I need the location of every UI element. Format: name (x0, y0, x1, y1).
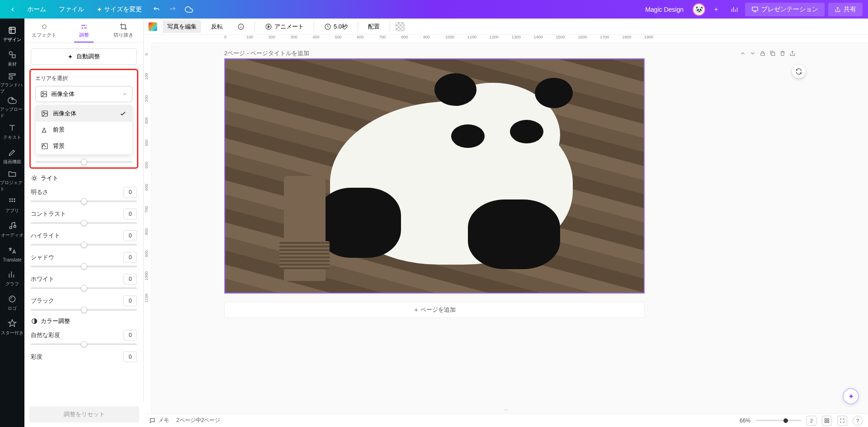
duplicate-icon[interactable] (769, 50, 776, 57)
sidebar-item-projects[interactable]: プロジェクト (0, 169, 24, 192)
animate-button[interactable]: アニメート (260, 20, 308, 33)
cloud-sync-icon[interactable] (182, 2, 196, 17)
page-count-button[interactable]: 2 (807, 416, 816, 426)
info-icon[interactable] (233, 21, 249, 33)
shadow-slider[interactable]: シャドウ0 (31, 252, 137, 267)
sidebar-item-audio[interactable]: オーディオ (0, 218, 24, 241)
saturation-slider[interactable]: 彩度0 (31, 351, 137, 362)
add-member-icon[interactable]: ＋ (709, 2, 723, 17)
help-icon[interactable]: ? (853, 416, 863, 426)
svg-point-4 (9, 198, 10, 199)
reset-button[interactable]: 調整をリセット (29, 406, 139, 422)
notes-button[interactable]: メモ (149, 417, 169, 424)
flip-button[interactable]: 反転 (207, 20, 227, 33)
canvas-page[interactable] (224, 58, 645, 294)
zoom-slider[interactable] (756, 420, 801, 421)
area-option-all[interactable]: 画像全体 (36, 105, 132, 122)
present-button[interactable]: プレゼンテーション (745, 3, 825, 16)
zoom-value[interactable]: 66% (740, 418, 750, 424)
magic-fab-button[interactable]: ✦ (843, 388, 859, 404)
svg-point-5 (11, 198, 13, 199)
page-title[interactable]: 2ページ - ページタイトルを追加 (224, 49, 309, 57)
file-button[interactable]: ファイル (53, 3, 90, 16)
undo-icon[interactable] (149, 2, 164, 17)
avatar[interactable]: 🐼 (693, 3, 705, 16)
duration-button[interactable]: 5.0秒 (320, 20, 352, 33)
page-indicator[interactable]: 2ページ中2ページ (176, 417, 220, 424)
area-select-label: エリアを選択 (35, 75, 132, 82)
area-option-foreground[interactable]: 前景 (36, 122, 132, 138)
brand-icon (7, 71, 18, 81)
reset-area: 調整をリセット (24, 402, 144, 427)
panda-image[interactable] (225, 59, 644, 293)
tab-effects[interactable]: エフェクト (24, 19, 64, 43)
position-button[interactable]: 配置 (363, 20, 384, 33)
area-dropdown-menu: 画像全体 前景 背景 (35, 105, 132, 155)
home-button[interactable]: ホーム (22, 3, 52, 16)
color-picker[interactable] (148, 22, 157, 31)
share-button[interactable]: 共有 (828, 3, 863, 16)
contrast-slider[interactable]: コントラスト0 (31, 209, 137, 224)
magic-design-button[interactable]: Magic Design (640, 3, 689, 16)
analytics-icon[interactable] (727, 2, 741, 17)
page-down-icon[interactable] (750, 50, 756, 57)
design-icon (7, 25, 18, 36)
delete-icon[interactable] (779, 50, 786, 57)
tab-crop[interactable]: 切り抜き (104, 19, 143, 43)
sidebar-item-charts[interactable]: グラフ (0, 266, 24, 290)
svg-point-18 (33, 177, 35, 179)
grid-view-icon[interactable] (822, 416, 832, 426)
area-select-highlight: エリアを選択 画像全体 画像全体 前景 背景 (29, 69, 138, 169)
back-icon[interactable] (5, 2, 20, 17)
transparency-button[interactable] (396, 22, 405, 31)
light-group-header: ライト (31, 174, 137, 182)
sidebar-item-elements[interactable]: 素材 (0, 47, 24, 70)
svg-rect-28 (827, 418, 829, 420)
refresh-button[interactable] (792, 65, 806, 78)
page-header: 2ページ - ページタイトルを追加 (224, 49, 796, 57)
folder-icon (7, 169, 18, 179)
left-sidebar: デザイン 素材 ブランドハブ アップロード テキスト 描画機能 プロジェクト ア… (0, 19, 24, 427)
sidebar-item-design[interactable]: デザイン (0, 22, 24, 46)
hidden-slider[interactable] (35, 161, 132, 163)
lock-icon[interactable] (760, 50, 766, 57)
highlight-slider[interactable]: ハイライト0 (31, 230, 137, 246)
resize-button[interactable]: ✦サイズを変更 (91, 3, 147, 16)
sidebar-item-apps[interactable]: アプリ (0, 193, 24, 217)
vibrance-slider[interactable]: 自然な彩度0 (31, 330, 137, 345)
shapes-icon (7, 49, 18, 60)
fullscreen-icon[interactable] (837, 416, 847, 426)
add-page-button[interactable]: ＋ ページを追加 (224, 302, 645, 318)
draw-icon (7, 147, 18, 158)
sidebar-item-draw[interactable]: 描画機能 (0, 144, 24, 168)
edit-photo-button[interactable]: 写真を編集 (163, 20, 201, 33)
page-up-icon[interactable] (740, 50, 746, 57)
svg-rect-1 (9, 27, 15, 33)
svg-point-2 (9, 52, 12, 55)
export-icon[interactable] (789, 50, 796, 57)
sidebar-item-upload[interactable]: アップロード (0, 95, 24, 119)
white-slider[interactable]: ホワイト0 (31, 274, 137, 289)
star-icon (7, 318, 18, 329)
context-toolbar: 写真を編集 反転 アニメート 5.0秒 配置 (144, 19, 868, 35)
image-icon (40, 90, 47, 98)
auto-adjust-button[interactable]: ✦自動調整 (31, 48, 137, 65)
foreground-icon (41, 126, 48, 133)
tab-adjust[interactable]: 調整 (64, 19, 104, 43)
brightness-slider[interactable]: 明るさ0 (31, 187, 137, 202)
sidebar-item-translate[interactable]: Translate (0, 242, 24, 266)
collapse-caret[interactable]: ︿ (504, 406, 509, 413)
svg-point-12 (9, 296, 15, 302)
svg-point-6 (14, 198, 15, 199)
sidebar-item-starred[interactable]: スター付き (0, 315, 24, 339)
area-select-dropdown[interactable]: 画像全体 (35, 86, 132, 102)
sidebar-item-logo[interactable]: ロゴ (0, 291, 24, 314)
sidebar-item-text[interactable]: テキスト (0, 120, 24, 143)
canvas-stage[interactable]: ⋯ 2ページ - ページタイトルを追加 ＋ ページを追加 ✦ (152, 43, 868, 413)
sidebar-item-brand[interactable]: ブランドハブ (0, 71, 24, 95)
redo-icon[interactable] (165, 2, 180, 17)
svg-point-16 (43, 112, 45, 114)
color-icon (31, 318, 38, 325)
black-slider[interactable]: ブラック0 (31, 295, 137, 311)
area-option-background[interactable]: 背景 (36, 138, 132, 154)
